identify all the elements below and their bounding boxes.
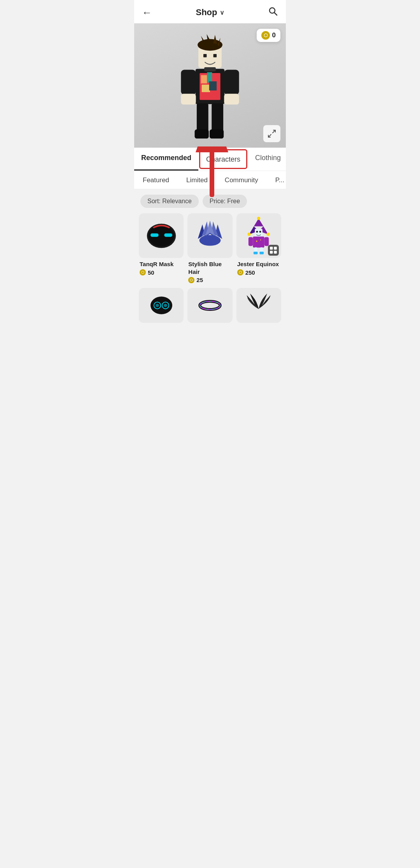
tab-characters[interactable]: Characters	[199, 149, 247, 169]
item-name-jester: Jester Equinox	[236, 260, 281, 268]
shop-label: Shop	[196, 7, 217, 17]
svg-rect-5	[207, 72, 212, 83]
blue-hair-image	[191, 217, 229, 255]
category-tab-bar: Recommended Characters Clothing A	[134, 148, 286, 171]
svg-rect-63	[274, 251, 276, 254]
svg-rect-14	[203, 54, 207, 58]
svg-rect-57	[260, 252, 264, 254]
items-grid: TanqR Mask ⬡ 50 S	[134, 213, 286, 288]
svg-rect-15	[214, 54, 217, 58]
robux-price-icon-2: ⬡	[188, 277, 194, 283]
avatar-preview: ⬡ 0	[134, 23, 286, 148]
svg-rect-6	[202, 85, 210, 92]
svg-rect-51	[253, 236, 264, 248]
item-jester[interactable]: ★ ★	[236, 213, 281, 283]
svg-rect-21	[197, 103, 208, 132]
price-filter[interactable]: Price: Free	[203, 195, 247, 208]
svg-rect-18	[224, 70, 239, 94]
sort-filter[interactable]: Sort: Relevance	[140, 195, 199, 208]
robux-icon: ⬡	[261, 31, 270, 40]
svg-rect-31	[150, 234, 158, 237]
price-value-bluehair: 25	[196, 277, 203, 283]
svg-rect-4	[201, 75, 207, 83]
svg-point-49	[256, 231, 258, 233]
chevron-down-icon: ∨	[220, 9, 224, 16]
item-thumb-bottom-2	[187, 288, 232, 323]
svg-point-50	[259, 231, 261, 233]
item-thumb-tanqr	[139, 213, 184, 258]
item-thumb-jester: ★ ★	[236, 213, 281, 258]
item-price-jester: ⬡ 250	[236, 269, 281, 276]
svg-text:★: ★	[256, 240, 258, 242]
shop-title[interactable]: Shop ∨	[196, 7, 224, 17]
svg-rect-16	[204, 67, 216, 71]
item-bottom-1[interactable]	[139, 288, 184, 323]
item-price-bluehair: ⬡ 25	[187, 277, 232, 283]
item-bottom-3[interactable]	[236, 288, 281, 323]
bundle-icon	[268, 245, 279, 256]
price-value-jester: 250	[245, 269, 255, 276]
subtab-community[interactable]: Community	[216, 173, 267, 187]
item-blue-hair[interactable]: Stylish Blue Hair ⬡ 25	[187, 213, 232, 283]
robux-price-icon-3: ⬡	[237, 269, 243, 275]
item-thumb-bluehair	[187, 213, 232, 258]
subtab-limited[interactable]: Limited	[178, 173, 216, 187]
app-header: ← Shop ∨	[134, 0, 286, 23]
halo-image	[196, 292, 224, 319]
tab-recommended[interactable]: Recommended	[134, 148, 198, 171]
svg-rect-17	[181, 70, 196, 94]
item-name-tanqr: TanqR Mask	[139, 260, 184, 268]
robux-price-icon: ⬡	[140, 269, 146, 275]
robux-amount: 0	[272, 31, 276, 39]
item-tanqr-mask[interactable]: TanqR Mask ⬡ 50	[139, 213, 184, 283]
svg-rect-32	[164, 234, 172, 237]
wings-image	[245, 292, 272, 319]
items-grid-bottom	[134, 288, 286, 331]
subtab-premium[interactable]: P...	[267, 173, 286, 187]
item-name-bluehair: Stylish Blue Hair	[187, 260, 232, 275]
svg-rect-56	[254, 252, 258, 254]
sub-tab-bar: Featured Limited Community P...	[134, 171, 286, 189]
svg-line-26	[268, 134, 271, 137]
item-thumb-bottom-3	[236, 288, 281, 323]
item-price-tanqr: ⬡ 50	[139, 269, 184, 276]
search-button[interactable]	[268, 6, 278, 19]
svg-rect-20	[224, 94, 239, 105]
content-area: Sort: Relevance Price: Free	[134, 189, 286, 331]
svg-rect-62	[270, 251, 273, 254]
subtab-featured[interactable]: Featured	[134, 173, 178, 187]
svg-point-67	[156, 304, 159, 307]
price-value-tanqr: 50	[148, 269, 154, 276]
robux-balance[interactable]: ⬡ 0	[257, 29, 280, 42]
svg-point-45	[257, 217, 260, 220]
item-thumb-bottom-1	[139, 288, 184, 323]
tanqr-mask-image	[142, 217, 180, 255]
svg-rect-22	[212, 103, 223, 132]
filter-bar: Sort: Relevance Price: Free	[134, 189, 286, 213]
svg-line-1	[275, 13, 277, 16]
svg-rect-7	[209, 81, 217, 90]
item-bottom-2[interactable]	[187, 288, 232, 323]
svg-point-47	[267, 233, 270, 236]
svg-rect-24	[210, 129, 224, 138]
svg-rect-61	[274, 247, 276, 249]
svg-rect-23	[195, 129, 209, 138]
svg-line-25	[273, 130, 275, 133]
svg-point-46	[248, 233, 251, 236]
back-button[interactable]: ←	[142, 7, 152, 19]
mask2-image	[148, 292, 175, 319]
svg-rect-59	[264, 237, 269, 246]
svg-point-68	[164, 304, 167, 307]
svg-point-41	[200, 235, 221, 246]
svg-rect-58	[248, 237, 253, 246]
tab-clothing[interactable]: Clothing	[248, 148, 286, 171]
svg-rect-19	[181, 94, 196, 105]
expand-button[interactable]	[263, 125, 280, 142]
svg-rect-60	[270, 247, 273, 249]
